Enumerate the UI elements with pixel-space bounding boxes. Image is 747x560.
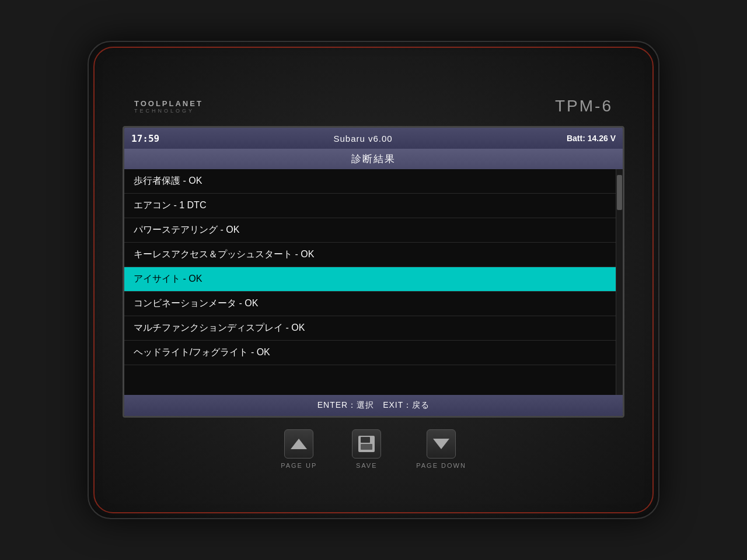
menu-item-1-label: 歩行者保護 - OK	[134, 175, 202, 187]
device-buttons: PAGE UP SAVE PAGE DOWN	[123, 429, 624, 469]
screen-subtitle: 診断結果	[124, 149, 623, 169]
menu-item-6-label: コンビネーションメータ - OK	[134, 298, 258, 310]
device: TOOLPLANET TECHNOLOGY TPM-6 17:59 Subaru…	[88, 41, 659, 519]
floppy-icon	[358, 436, 375, 452]
save-button[interactable]: SAVE	[352, 429, 381, 469]
screen-battery: Batt: 14.26 V	[567, 134, 616, 143]
arrow-down-icon	[433, 439, 449, 449]
menu-item-4-label: キーレスアクセス＆プッシュスタート - OK	[134, 249, 314, 261]
page-down-button[interactable]: PAGE DOWN	[416, 429, 466, 469]
menu-list: 歩行者保護 - OK エアコン - 1 DTC パワーステアリング - OK キ…	[124, 169, 623, 395]
page-down-label: PAGE DOWN	[416, 462, 466, 469]
menu-item-7-label: マルチファンクションディスプレイ - OK	[134, 322, 305, 334]
page-up-button[interactable]: PAGE UP	[281, 429, 317, 469]
brand-name: TOOLPLANET	[134, 99, 203, 108]
page-up-label: PAGE UP	[281, 462, 317, 469]
menu-item-2-label: エアコン - 1 DTC	[134, 200, 206, 212]
page-up-icon-container	[284, 429, 313, 459]
save-icon-container	[352, 429, 381, 459]
menu-item-5-label: アイサイト - OK	[134, 273, 202, 285]
menu-item-1[interactable]: 歩行者保護 - OK	[124, 169, 623, 194]
screen-title: Subaru v6.00	[333, 134, 392, 144]
save-label: SAVE	[356, 462, 378, 469]
screen-time: 17:59	[131, 133, 159, 144]
page-down-icon-container	[427, 429, 456, 459]
model-name: TPM-6	[555, 97, 613, 116]
menu-item-4[interactable]: キーレスアクセス＆プッシュスタート - OK	[124, 243, 623, 267]
menu-item-8[interactable]: ヘッドライト/フォグライト - OK	[124, 341, 623, 365]
menu-item-6[interactable]: コンビネーションメータ - OK	[124, 292, 623, 316]
menu-item-3-label: パワーステアリング - OK	[134, 224, 239, 236]
brand: TOOLPLANET TECHNOLOGY	[134, 99, 203, 114]
menu-item-8-label: ヘッドライト/フォグライト - OK	[134, 346, 270, 359]
screen: 17:59 Subaru v6.00 Batt: 14.26 V 診断結果 歩行…	[123, 126, 624, 418]
menu-item-2[interactable]: エアコン - 1 DTC	[124, 194, 623, 218]
menu-item-7[interactable]: マルチファンクションディスプレイ - OK	[124, 316, 623, 341]
brand-subtitle: TECHNOLOGY	[134, 108, 203, 114]
menu-item-3[interactable]: パワーステアリング - OK	[124, 218, 623, 243]
menu-item-5[interactable]: アイサイト - OK	[124, 267, 623, 292]
scrollbar-thumb	[617, 175, 622, 210]
scrollbar[interactable]	[616, 169, 623, 395]
screen-header-bar: 17:59 Subaru v6.00 Batt: 14.26 V	[124, 128, 623, 149]
arrow-up-icon	[291, 439, 307, 449]
device-header: TOOLPLANET TECHNOLOGY TPM-6	[123, 91, 624, 121]
screen-footer: ENTER：選択 EXIT：戻る	[124, 395, 623, 416]
